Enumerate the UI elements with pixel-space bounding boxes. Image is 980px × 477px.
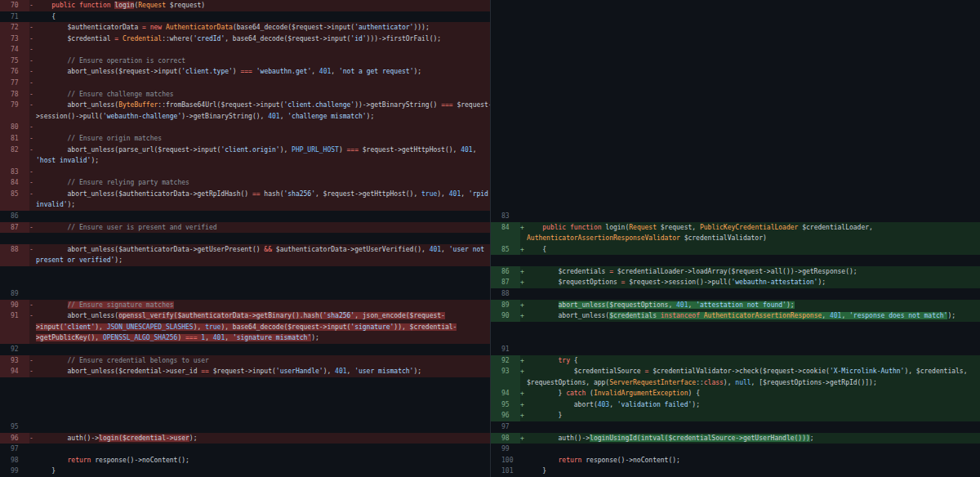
line-number[interactable]: 99	[491, 444, 520, 455]
line-number	[0, 388, 29, 399]
diff-marker: -	[29, 167, 36, 178]
line-number[interactable]: 85	[0, 189, 29, 200]
line-number	[0, 255, 29, 266]
line-number[interactable]: 85	[491, 244, 520, 256]
line-number[interactable]: 87	[491, 277, 520, 288]
line-number[interactable]: 70	[0, 0, 29, 11]
line-number[interactable]: 92	[0, 344, 29, 355]
diff-marker	[29, 199, 36, 211]
line-number	[491, 66, 520, 78]
line-number[interactable]: 90	[0, 300, 29, 311]
diff-row: 71 {	[0, 11, 490, 23]
diff-marker: +	[520, 222, 527, 234]
code-token: &&	[264, 246, 272, 253]
code-line	[36, 421, 490, 433]
line-number	[491, 100, 520, 111]
code-line: return response()->noContent();	[36, 455, 490, 466]
line-number[interactable]: 101	[491, 466, 520, 477]
line-number[interactable]: 82	[0, 145, 29, 156]
line-number[interactable]: 93	[491, 366, 520, 377]
line-number[interactable]: 98	[491, 433, 520, 444]
code-token: 'signature mismatch'	[233, 334, 311, 341]
line-number[interactable]: 87	[0, 222, 29, 234]
line-number	[491, 189, 520, 200]
line-number[interactable]: 91	[491, 344, 520, 355]
line-number[interactable]: 71	[0, 11, 29, 23]
line-number[interactable]: 76	[0, 66, 29, 78]
line-number[interactable]: 75	[0, 56, 29, 67]
diff-row	[491, 145, 980, 156]
line-number[interactable]: 89	[491, 300, 520, 311]
line-number[interactable]: 98	[0, 455, 29, 466]
line-number[interactable]: 88	[491, 288, 520, 300]
diff-marker	[29, 233, 36, 244]
line-number[interactable]: 97	[0, 444, 29, 455]
diff-row: 97	[0, 444, 490, 455]
diff-row: 99	[491, 444, 980, 455]
line-number[interactable]: 95	[0, 421, 29, 433]
line-number[interactable]: 84	[491, 222, 520, 234]
line-number[interactable]: 72	[0, 22, 29, 33]
code-token: return	[68, 457, 91, 464]
line-number[interactable]: 96	[491, 410, 520, 421]
line-number[interactable]: 84	[0, 177, 29, 189]
diff-marker: -	[29, 145, 36, 156]
diff-pane-new[interactable]: 8384+ public function login(Request $req…	[490, 0, 980, 477]
line-number[interactable]: 89	[0, 288, 29, 300]
line-number[interactable]: 74	[0, 44, 29, 56]
diff-marker	[29, 344, 36, 355]
code-line	[527, 322, 980, 333]
line-number[interactable]: 97	[491, 421, 520, 433]
code-token: 'sha256'	[323, 312, 355, 319]
line-number[interactable]: 90	[491, 310, 520, 322]
line-number[interactable]: 77	[0, 78, 29, 89]
diff-row	[0, 377, 490, 389]
line-number[interactable]: 92	[491, 355, 520, 367]
diff-row: 96- auth()->login($credential->user);	[0, 433, 490, 444]
diff-row: 79- abort_unless(ByteBuffer::fromBase64U…	[0, 100, 490, 111]
diff-row: 77-	[0, 78, 490, 89]
line-number	[491, 177, 520, 189]
diff-marker	[29, 410, 36, 421]
line-number[interactable]: 94	[0, 366, 29, 377]
code-token	[36, 224, 68, 231]
line-number[interactable]: 86	[491, 266, 520, 278]
diff-marker	[520, 33, 527, 45]
diff-marker: -	[29, 66, 36, 78]
line-number[interactable]: 96	[0, 433, 29, 444]
diff-row	[491, 189, 980, 200]
code-token: ServerRequestInterface	[609, 379, 696, 386]
line-number[interactable]: 91	[0, 310, 29, 322]
code-token: (	[586, 390, 594, 397]
line-number[interactable]: 80	[0, 122, 29, 133]
code-token: }	[36, 467, 56, 475]
line-number[interactable]: 83	[0, 167, 29, 178]
line-number[interactable]: 83	[491, 211, 520, 222]
code-token: openssl_verify($authenticatorData->getBi…	[118, 312, 323, 319]
line-number[interactable]: 79	[0, 100, 29, 111]
code-line: public function login(Request $request, …	[527, 222, 980, 234]
diff-row: 99 }	[0, 466, 490, 477]
line-number[interactable]: 86	[0, 211, 29, 222]
line-number[interactable]: 95	[491, 399, 520, 411]
line-number[interactable]: 78	[0, 89, 29, 100]
line-number[interactable]: 99	[0, 466, 29, 477]
line-number[interactable]: 93	[0, 355, 29, 367]
line-number[interactable]: 94	[491, 388, 520, 399]
line-number[interactable]: 88	[0, 244, 29, 256]
code-token: abort_unless(parse_url($request->input(	[36, 146, 220, 154]
diff-marker	[29, 399, 36, 411]
code-line	[527, 44, 980, 56]
diff-marker	[520, 44, 527, 56]
diff-row	[491, 111, 980, 123]
line-number[interactable]: 73	[0, 33, 29, 45]
code-line: }	[36, 466, 490, 477]
diff-row	[491, 11, 980, 23]
diff-row	[491, 177, 980, 189]
line-number[interactable]: 100	[491, 455, 520, 466]
diff-pane-old[interactable]: 70- public function login(Request $reque…	[0, 0, 490, 477]
code-token: ==	[201, 368, 209, 375]
line-number[interactable]: 81	[0, 133, 29, 145]
code-line: $requestOptions = $request->session()->p…	[527, 277, 980, 288]
diff-marker	[520, 255, 527, 266]
